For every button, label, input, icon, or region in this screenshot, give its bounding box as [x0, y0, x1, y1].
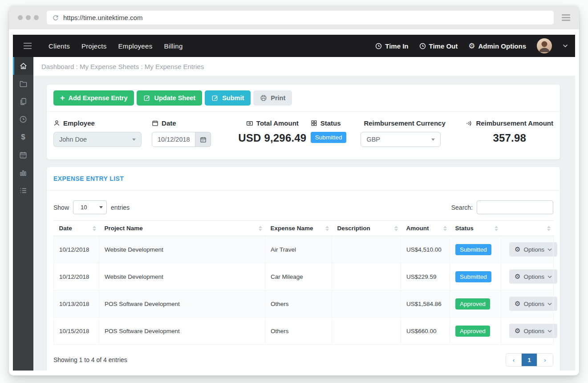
clock-icon [375, 43, 382, 49]
time-in-button[interactable]: Time In [375, 42, 408, 50]
search-label: Search: [451, 204, 473, 211]
options-button[interactable]: ⚙Options [509, 324, 557, 338]
browser-menu-icon[interactable] [562, 14, 570, 21]
window-dot[interactable] [18, 15, 23, 20]
chevron-down-icon [431, 139, 435, 141]
sort-icon [394, 226, 398, 231]
column-header-project-name[interactable]: Project Name [99, 221, 265, 236]
sound-waves-icon [466, 120, 473, 127]
show-label: Show [53, 204, 69, 211]
address-bar[interactable]: https://time.unitektime.com [47, 11, 554, 24]
sidebar-item-clock[interactable] [13, 110, 33, 128]
employee-select[interactable]: John Doe [53, 132, 142, 147]
submit-button[interactable]: Submit [205, 90, 251, 106]
cell-date: 10/15/2018 [54, 318, 99, 345]
column-header-amount[interactable]: Amount [401, 221, 450, 236]
employee-label: Employee [53, 119, 142, 127]
column-header-options[interactable] [501, 221, 554, 236]
status-label: Status [311, 119, 361, 127]
chevron-down-icon [547, 302, 552, 306]
sort-icon [547, 226, 551, 231]
sidebar-item-list[interactable] [13, 182, 33, 200]
clock-icon [419, 43, 426, 49]
summary-row: Employee John Doe [47, 112, 560, 159]
cell-description [332, 318, 401, 345]
date-input[interactable] [152, 132, 195, 147]
browser-chrome: https://time.unitektime.com [9, 5, 579, 29]
breadcrumb: Dashboard : My Expense Sheets : My Expen… [33, 57, 575, 76]
sidebar-item-expenses[interactable]: $ [13, 128, 33, 146]
expense-entry-list-card: EXPENSE ENTRY LIST Show 10 entries [47, 167, 560, 371]
status-badge: Submitted [455, 244, 491, 255]
nav-item-projects[interactable]: Projects [81, 42, 107, 50]
total-amount-label: Total Amount [246, 119, 299, 127]
time-out-button[interactable]: Time Out [419, 42, 458, 50]
options-button[interactable]: ⚙Options [509, 269, 557, 284]
chevron-down-icon [547, 248, 552, 251]
add-expense-entry-button[interactable]: + Add Expense Entry [53, 90, 134, 106]
sidebar-item-documents[interactable] [13, 93, 33, 110]
cell-description [332, 263, 401, 290]
nav-hamburger-icon[interactable] [24, 43, 32, 49]
date-label: Date [152, 119, 211, 127]
reimbursement-currency-select[interactable]: GBP [361, 132, 441, 147]
sidebar-item-folder[interactable] [13, 75, 33, 93]
window-dot[interactable] [26, 15, 31, 20]
pagination-next-button[interactable]: › [537, 354, 553, 366]
pagination: ‹ 1 › [506, 353, 553, 367]
cell-date: 10/13/2018 [54, 290, 99, 318]
calendar-icon [152, 120, 158, 126]
calendar-picker-button[interactable] [195, 132, 211, 147]
pagination-page-1[interactable]: 1 [522, 354, 537, 366]
cell-expense: Air Travel [265, 236, 332, 263]
panel-title: EXPENSE ENTRY LIST [53, 175, 124, 182]
gear-icon: ⚙ [468, 42, 475, 50]
sidebar: $ [13, 57, 33, 371]
update-sheet-button[interactable]: Update Sheet [137, 90, 202, 106]
chevron-down-icon [99, 206, 103, 208]
column-header-expense-name[interactable]: Expense Name [265, 221, 332, 236]
options-button[interactable]: ⚙Options [509, 297, 557, 311]
window-dot[interactable] [34, 15, 39, 20]
window-control-dots[interactable] [18, 15, 39, 20]
cell-project: POS Software Development [99, 318, 265, 345]
nav-item-employees[interactable]: Employees [118, 42, 153, 50]
page-size-select[interactable]: 10 [73, 200, 107, 214]
gear-icon: ⚙ [515, 246, 520, 253]
table-row: 10/12/2018 Website Development Car Milea… [54, 263, 554, 290]
cell-project: POS Software Development [99, 290, 265, 318]
pagination-prev-button[interactable]: ‹ [506, 354, 522, 366]
reimbursement-currency-label: Reimbursement Currency [361, 119, 441, 127]
person-icon [53, 120, 60, 126]
search-input[interactable] [477, 200, 553, 214]
refresh-icon[interactable] [52, 14, 59, 21]
nav-item-clients[interactable]: Clients [49, 42, 70, 50]
column-header-date[interactable]: Date [54, 221, 99, 236]
column-header-description[interactable]: Description [332, 221, 401, 236]
sidebar-item-home[interactable] [13, 57, 33, 75]
expense-table: Date Project Name Expense Name Descripti… [53, 220, 554, 345]
cash-icon [246, 120, 253, 127]
admin-options-button[interactable]: ⚙ Admin Options [468, 42, 526, 50]
reimbursement-amount-label: Reimbursement Amount [466, 119, 553, 127]
cell-amount: US$229.59 [401, 263, 450, 290]
options-button[interactable]: ⚙Options [509, 242, 557, 257]
reimbursement-amount-value: 357.98 [493, 132, 526, 144]
gear-icon: ⚙ [515, 328, 520, 334]
nav-item-billing[interactable]: Billing [164, 42, 182, 50]
chevron-down-icon[interactable] [563, 44, 568, 48]
main-area: Dashboard : My Expense Sheets : My Expen… [33, 57, 575, 371]
user-avatar[interactable] [537, 38, 552, 53]
toolbar: + Add Expense Entry Update Sheet [47, 85, 560, 112]
column-header-status[interactable]: Status [450, 221, 501, 236]
sidebar-item-calendar[interactable] [13, 146, 33, 164]
sort-icon [495, 226, 498, 231]
clock-icon [19, 115, 27, 123]
chevron-down-icon [132, 139, 136, 141]
sort-icon [325, 226, 329, 231]
cell-expense: Car Mileage [265, 263, 332, 290]
sidebar-item-reports[interactable] [13, 164, 33, 182]
sort-icon [443, 226, 447, 231]
total-amount-value: USD 9,296.49 [238, 132, 306, 144]
print-button[interactable]: Print [253, 90, 292, 106]
